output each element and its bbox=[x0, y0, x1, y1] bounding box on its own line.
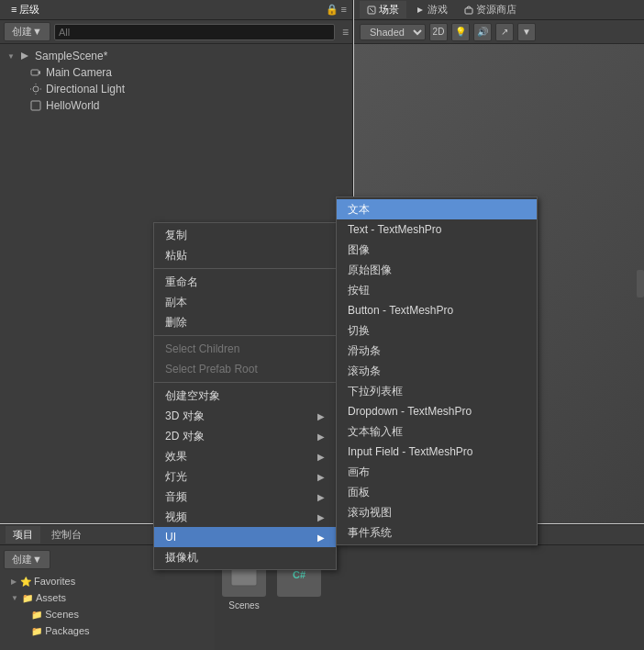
scene-label: SampleScene* bbox=[35, 50, 107, 62]
project-tree: ▶ Favorites ▼ Assets Scenes bbox=[4, 573, 211, 639]
ctx-light-arrow: ▶ bbox=[317, 472, 325, 482]
scene-icon bbox=[18, 50, 31, 62]
ctx-ui-raw-image[interactable]: 原始图像 bbox=[337, 260, 537, 280]
tree-item-assets[interactable]: ▼ Assets bbox=[7, 589, 211, 606]
asset-scenes-label: Scenes bbox=[228, 600, 259, 611]
ctx-ui-dropdown[interactable]: 下拉列表框 bbox=[337, 381, 537, 401]
svg-rect-12 bbox=[465, 8, 472, 14]
packages-label: Packages bbox=[45, 625, 89, 636]
ctx-delete[interactable]: 删除 bbox=[154, 312, 336, 332]
context-menu-right: 文本 Text - TextMeshPro 图像 原始图像 按钮 Button … bbox=[336, 196, 538, 545]
ctx-ui-scrollbar[interactable]: 滚动条 bbox=[337, 361, 537, 381]
tree-item-favorites[interactable]: ▶ Favorites bbox=[7, 573, 211, 589]
ctx-video[interactable]: 视频 ▶ bbox=[154, 507, 336, 527]
project-tab[interactable]: 项目 bbox=[6, 526, 40, 544]
ctx-audio-arrow: ▶ bbox=[317, 492, 325, 502]
packages-arrow bbox=[26, 627, 28, 635]
ctx-ui-eventsystem[interactable]: 事件系统 bbox=[337, 522, 537, 543]
assets-arrow: ▼ bbox=[11, 594, 18, 602]
ctx-rename[interactable]: 重命名 bbox=[154, 272, 336, 292]
light-icon bbox=[29, 83, 42, 95]
ctx-ui-scrollview[interactable]: 滚动视图 bbox=[337, 502, 537, 522]
ctx-ui-image[interactable]: 图像 bbox=[337, 240, 537, 260]
ctx-sep-3 bbox=[154, 382, 336, 383]
ctx-2d-object[interactable]: 2D 对象 ▶ bbox=[154, 426, 336, 446]
hierarchy-toolbar: 创建▼ ≡ bbox=[0, 20, 352, 44]
ctx-ui-inputfield[interactable]: 文本输入框 bbox=[337, 421, 537, 442]
assets-label: Assets bbox=[36, 592, 66, 603]
ctx-ui-slider[interactable]: 滑动条 bbox=[337, 341, 537, 361]
hierarchy-create-button[interactable]: 创建▼ bbox=[4, 22, 50, 41]
ctx-ui-inputfield-tmp[interactable]: Input Field - TextMeshPro bbox=[337, 442, 537, 462]
scene-audio-button[interactable]: 🔊 bbox=[473, 23, 492, 41]
scene-tab-bar: 场景 游戏 资源商店 bbox=[354, 0, 644, 20]
ctx-video-arrow: ▶ bbox=[317, 512, 325, 522]
store-tab-icon bbox=[464, 6, 473, 15]
ctx-audio[interactable]: 音频 ▶ bbox=[154, 487, 336, 507]
scene-more-button[interactable]: ▼ bbox=[517, 23, 536, 41]
ctx-ui-button-tmp[interactable]: Button - TextMeshPro bbox=[337, 300, 537, 320]
2d-button[interactable]: 2D bbox=[429, 23, 448, 41]
scene-arrow: ▼ bbox=[7, 52, 17, 61]
hierarchy-item-scene[interactable]: ▼ SampleScene* bbox=[0, 48, 352, 64]
helloworld-arrow bbox=[18, 102, 28, 110]
ctx-camera[interactable]: 摄像机 bbox=[154, 547, 336, 567]
scene-resize-handle[interactable] bbox=[637, 270, 644, 297]
scene-gizmos-button[interactable]: ↗ bbox=[495, 23, 514, 41]
ctx-ui-button[interactable]: 按钮 bbox=[337, 280, 537, 300]
ctx-copy[interactable]: 复制 bbox=[154, 225, 336, 245]
scenes-arrow bbox=[26, 611, 28, 619]
ctx-sep-2 bbox=[154, 335, 336, 336]
svg-line-10 bbox=[370, 8, 373, 12]
camera-label: Main Camera bbox=[46, 66, 112, 79]
favorites-arrow: ▶ bbox=[11, 577, 17, 586]
lock-icon[interactable]: 🔒 ≡ bbox=[326, 4, 347, 16]
ctx-ui-text[interactable]: 文本 bbox=[337, 199, 537, 219]
ctx-paste[interactable]: 粘贴 bbox=[154, 245, 336, 265]
ctx-duplicate[interactable]: 副本 bbox=[154, 292, 336, 312]
ctx-2d-arrow: ▶ bbox=[317, 431, 325, 442]
ctx-effects[interactable]: 效果 ▶ bbox=[154, 446, 336, 466]
scene-toolbar: Shaded 2D 💡 🔊 ↗ ▼ bbox=[354, 20, 644, 44]
packages-folder-icon bbox=[31, 625, 45, 636]
shaded-select[interactable]: Shaded bbox=[360, 24, 426, 40]
console-tab[interactable]: 控制台 bbox=[44, 526, 89, 544]
ctx-ui[interactable]: UI ▶ bbox=[154, 527, 336, 547]
hierarchy-search-input[interactable] bbox=[54, 24, 335, 40]
context-menu-left: 复制 粘贴 重命名 副本 删除 Select Children Select P… bbox=[153, 222, 337, 570]
svg-point-3 bbox=[33, 86, 39, 92]
ctx-select-children: Select Children bbox=[154, 339, 336, 359]
ctx-create-empty[interactable]: 创建空对象 bbox=[154, 386, 336, 406]
scene-light-button[interactable]: 💡 bbox=[451, 23, 470, 41]
tree-item-packages[interactable]: Packages bbox=[7, 622, 211, 639]
ctx-ui-arrow: ▶ bbox=[317, 532, 325, 543]
game-tab[interactable]: 游戏 bbox=[408, 1, 455, 18]
hierarchy-tab[interactable]: ≡ 层级 bbox=[6, 1, 45, 18]
store-tab[interactable]: 资源商店 bbox=[457, 1, 524, 18]
ctx-3d-arrow: ▶ bbox=[317, 411, 325, 421]
ctx-ui-dropdown-tmp[interactable]: Dropdown - TextMeshPro bbox=[337, 401, 537, 421]
tree-item-scenes[interactable]: Scenes bbox=[7, 606, 211, 622]
scene-tab[interactable]: 场景 bbox=[360, 1, 406, 18]
ctx-ui-text-mesh-pro[interactable]: Text - TextMeshPro bbox=[337, 219, 537, 240]
hierarchy-item-camera[interactable]: Main Camera bbox=[0, 64, 352, 81]
light-label: Directional Light bbox=[46, 83, 125, 95]
ctx-3d-object[interactable]: 3D 对象 ▶ bbox=[154, 406, 336, 426]
svg-rect-8 bbox=[31, 101, 40, 110]
ctx-ui-canvas[interactable]: 画布 bbox=[337, 462, 537, 482]
ctx-effects-arrow: ▶ bbox=[317, 452, 325, 462]
ctx-sep-1 bbox=[154, 268, 336, 269]
hierarchy-item-helloworld[interactable]: HelloWorld bbox=[0, 97, 352, 114]
scenes-label: Scenes bbox=[45, 609, 79, 620]
ctx-ui-toggle[interactable]: 切换 bbox=[337, 320, 537, 341]
game-tab-icon bbox=[416, 6, 425, 15]
svg-marker-11 bbox=[417, 7, 423, 13]
hierarchy-item-light[interactable]: Directional Light bbox=[0, 81, 352, 97]
project-create-button[interactable]: 创建▼ bbox=[4, 550, 50, 569]
hierarchy-menu-icon[interactable]: ≡ bbox=[342, 26, 349, 39]
ctx-light[interactable]: 灯光 ▶ bbox=[154, 466, 336, 487]
helloworld-icon bbox=[29, 99, 42, 112]
ctx-ui-panel[interactable]: 面板 bbox=[337, 482, 537, 502]
camera-arrow bbox=[18, 69, 28, 77]
favorites-label: Favorites bbox=[34, 576, 75, 587]
